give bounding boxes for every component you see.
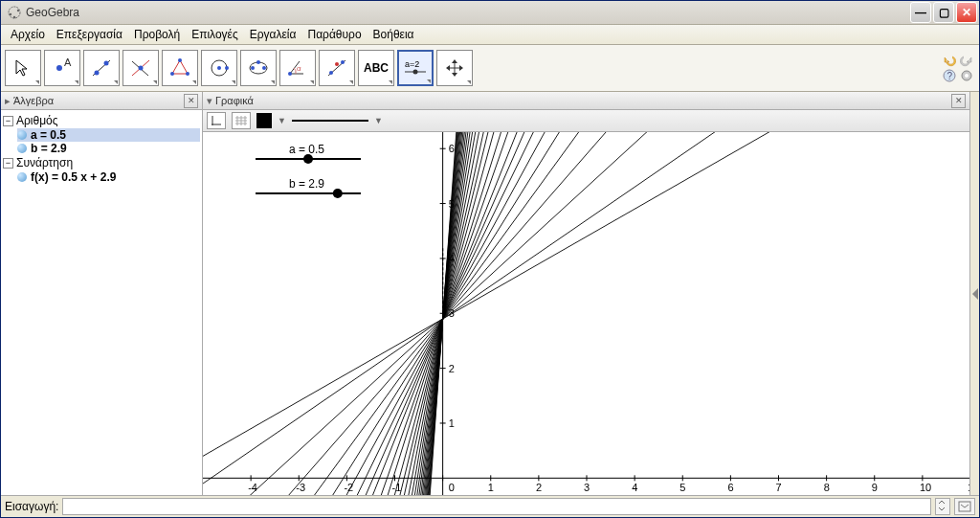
svg-point-28 (341, 60, 345, 64)
tree-category-function[interactable]: −Συνάρτηση (3, 155, 200, 170)
svg-point-2 (17, 10, 19, 11)
color-swatch[interactable] (256, 113, 272, 128)
graphics-panel: ▾ Γραφικά ✕ ▼ ▼ -4-3-2-11234567891011123… (203, 92, 969, 495)
tool-slider[interactable]: a=2 (397, 50, 434, 86)
close-panel-icon[interactable]: ✕ (951, 94, 966, 108)
graphics-title: Γραφικά (215, 95, 254, 106)
tool-point[interactable]: A (44, 50, 80, 86)
svg-text:3: 3 (584, 482, 590, 493)
svg-text:5: 5 (679, 482, 685, 493)
svg-text:4: 4 (632, 482, 637, 493)
svg-point-18 (225, 66, 229, 70)
gear-icon[interactable] (960, 69, 973, 82)
triangle-left-icon (972, 288, 978, 300)
tool-move[interactable] (5, 50, 41, 86)
svg-point-14 (186, 72, 189, 76)
svg-text:6: 6 (727, 482, 733, 493)
menu-view[interactable]: Προβολή (128, 26, 186, 43)
object-bullet (17, 130, 27, 140)
tree-item-b[interactable]: b = 2.9 (17, 142, 200, 155)
svg-point-20 (251, 66, 255, 70)
svg-point-26 (329, 71, 333, 75)
tool-polygon[interactable] (162, 50, 198, 86)
svg-point-37 (965, 74, 969, 78)
svg-point-7 (95, 71, 100, 76)
graphics-canvas[interactable]: -4-3-2-112345678910111234560a = 0.5b = 2… (203, 132, 969, 495)
dropdown-arrow-icon[interactable]: ▼ (374, 116, 383, 125)
input-label: Εισαγωγή: (5, 500, 58, 513)
input-bar: Εισαγωγή: (1, 495, 979, 517)
svg-point-31 (413, 70, 418, 75)
svg-point-17 (217, 66, 221, 70)
tree-category-number[interactable]: −Αριθμός (3, 113, 200, 128)
title-bar: GeoGebra — ▢ ✕ (1, 1, 979, 25)
svg-text:a = 0.5: a = 0.5 (289, 143, 324, 156)
close-panel-icon[interactable]: ✕ (184, 94, 198, 108)
toolbar-corner: ? (943, 54, 973, 82)
tool-text[interactable]: ABC (358, 50, 394, 86)
svg-point-22 (256, 60, 260, 64)
svg-text:0: 0 (449, 482, 455, 493)
command-input[interactable] (62, 498, 931, 515)
side-expand-handle[interactable] (969, 92, 979, 495)
undo-icon[interactable] (943, 54, 956, 67)
menu-edit[interactable]: Επεξεργασία (51, 26, 128, 43)
svg-point-1 (10, 13, 11, 15)
svg-text:2: 2 (449, 363, 455, 374)
menu-help[interactable]: Βοήθεια (368, 26, 420, 43)
svg-text:1: 1 (488, 482, 494, 493)
maximize-button[interactable]: ▢ (933, 2, 954, 23)
tool-perpendicular[interactable] (122, 50, 159, 86)
svg-text:-4: -4 (248, 482, 257, 493)
input-help-icon[interactable] (954, 498, 975, 515)
help-icon[interactable]: ? (943, 69, 956, 82)
app-icon (7, 5, 22, 20)
tool-circle[interactable] (201, 50, 237, 86)
tree-item-a[interactable]: a = 0.5 (17, 128, 200, 142)
line-style-sample[interactable] (292, 120, 368, 122)
tool-conic[interactable] (240, 50, 277, 86)
tool-angle[interactable]: α (279, 50, 316, 86)
svg-point-13 (178, 58, 182, 62)
collapse-icon[interactable]: ▾ (207, 95, 212, 107)
menu-window[interactable]: Παράθυρο (301, 26, 367, 43)
svg-text:10: 10 (920, 482, 931, 493)
tree-item-fx[interactable]: f(x) = 0.5 x + 2.9 (17, 170, 200, 184)
algebra-panel: ▸ Άλγεβρα ✕ −Αριθμός a = 0.5 b = 2.9 −Συ… (1, 92, 203, 495)
axes-toggle-icon[interactable] (207, 112, 226, 129)
menu-options[interactable]: Επιλογές (186, 26, 244, 43)
window-title: GeoGebra (26, 6, 908, 19)
svg-text:8: 8 (824, 482, 830, 493)
dropdown-arrow-icon[interactable]: ▼ (278, 116, 286, 125)
graphics-header[interactable]: ▾ Γραφικά ✕ (203, 92, 969, 110)
menu-file[interactable]: Αρχείο (5, 26, 51, 43)
collapse-toggle[interactable]: − (3, 116, 13, 126)
grid-toggle-icon[interactable] (232, 112, 251, 129)
algebra-tree: −Αριθμός a = 0.5 b = 2.9 −Συνάρτηση f(x)… (1, 110, 202, 187)
collapse-toggle[interactable]: − (3, 158, 13, 169)
object-bullet (17, 172, 27, 182)
svg-text:α: α (297, 64, 301, 73)
collapse-icon[interactable]: ▸ (5, 95, 11, 107)
svg-point-8 (104, 61, 109, 66)
tool-move-view[interactable] (436, 50, 473, 86)
close-button[interactable]: ✕ (956, 2, 977, 23)
graphics-toolbar: ▼ ▼ (203, 110, 969, 132)
svg-text:a=2: a=2 (405, 59, 419, 69)
svg-point-4 (56, 65, 62, 71)
svg-text:2: 2 (536, 482, 542, 493)
tool-transform[interactable] (319, 50, 355, 86)
redo-icon[interactable] (960, 54, 973, 67)
main-toolbar: A α ABC a=2 ? (1, 45, 979, 92)
svg-text:6: 6 (449, 143, 455, 154)
algebra-header[interactable]: ▸ Άλγεβρα ✕ (1, 92, 202, 110)
history-spinner[interactable] (935, 498, 950, 515)
svg-marker-12 (172, 60, 188, 74)
menu-tools[interactable]: Εργαλεία (244, 26, 302, 43)
algebra-title: Άλγεβρα (13, 95, 54, 106)
tool-line[interactable] (83, 50, 120, 86)
svg-text:1: 1 (449, 417, 455, 429)
minimize-button[interactable]: — (910, 2, 931, 23)
svg-point-122 (333, 189, 343, 198)
svg-point-21 (262, 66, 266, 70)
